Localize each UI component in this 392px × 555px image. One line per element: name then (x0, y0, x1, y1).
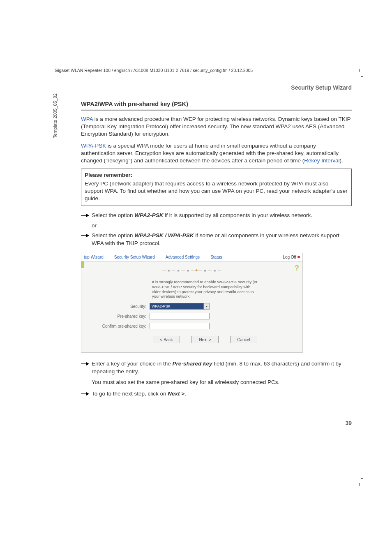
step-4: To go to the next step, click on Next >. (81, 390, 352, 398)
or-text: or (92, 222, 352, 229)
svg-marker-7 (86, 392, 89, 395)
tab-advanced[interactable]: Advanced Settings (166, 255, 200, 259)
svg-marker-3 (86, 234, 89, 237)
tab-security-setup[interactable]: Security Setup Wizard (114, 255, 155, 259)
page-content: Gigaset WLAN Repeater 108 / englisch / A… (53, 68, 352, 401)
page-header: Security Setup Wizard (53, 84, 352, 91)
embedded-screenshot: tup Wizard Security Setup Wizard Advance… (81, 253, 303, 353)
ss-button-row: < Back Next > Cancel (153, 336, 295, 343)
label-security: Security: (89, 304, 150, 309)
step-3: Enter a key of your choice in the Pre-sh… (81, 360, 352, 375)
paragraph-wpa-psk: WPA-PSK is a special WPA mode for users … (81, 142, 352, 165)
help-icon[interactable]: ? (295, 264, 299, 273)
arrow-icon (81, 234, 89, 238)
link-wpa: WPA (81, 116, 93, 122)
link-rekey: Rekey Interval (304, 157, 339, 164)
ss-description: It is strongly recommended to enable WPA… (152, 280, 259, 299)
note-box: Please remember: Every PC (network adapt… (81, 169, 352, 206)
logoff-link[interactable]: Log Off (283, 255, 300, 259)
logoff-icon (297, 256, 300, 258)
title-rule (81, 109, 352, 111)
note-body: Every PC (network adapter) that requires… (85, 180, 348, 203)
back-button[interactable]: < Back (153, 336, 180, 343)
arrow-icon (81, 362, 89, 366)
chevron-down-icon[interactable]: ▾ (204, 303, 210, 310)
section-title: WPA2/WPA with pre-shared key (PSK) (81, 101, 352, 107)
security-select[interactable]: WPA2-PSK (150, 303, 204, 310)
tab-status[interactable]: Status (210, 255, 222, 259)
cancel-button[interactable]: Cancel (230, 336, 257, 343)
meta-line: Gigaset WLAN Repeater 108 / englisch / A… (53, 68, 352, 73)
row-confirm: Confirm pre-shared key: (89, 323, 295, 329)
ss-side-accent (81, 261, 84, 268)
arrow-icon (81, 392, 89, 396)
note-title: Please remember: (85, 171, 348, 179)
step-3-sub: You must also set the same pre-shared ke… (92, 379, 352, 386)
step-1: Select the option WPA2-PSK if it is supp… (81, 212, 352, 219)
link-wpa-psk: WPA-PSK (81, 143, 106, 149)
svg-marker-1 (86, 214, 89, 217)
next-button[interactable]: Next > (191, 336, 219, 343)
row-psk: Pre-shared key: (89, 313, 295, 319)
label-confirm: Confirm pre-shared key: (89, 324, 150, 328)
step-2: Select the option WPA2-PSK / WPA-PSK if … (81, 232, 352, 247)
confirm-psk-input[interactable] (150, 323, 210, 329)
paragraph-wpa: WPA is a more advanced procedure than WE… (81, 116, 352, 138)
psk-input[interactable] (150, 313, 210, 319)
tab-setup-wizard-cut[interactable]: tup Wizard (84, 255, 104, 259)
svg-marker-5 (86, 362, 89, 365)
row-security: Security: WPA2-PSK ▾ (89, 303, 295, 310)
wizard-stepper: — ■ — ■ — ■ —●— ■ — ■ — (89, 267, 295, 273)
ss-tab-bar: tup Wizard Security Setup Wizard Advance… (81, 253, 302, 261)
arrow-icon (81, 213, 89, 217)
page-number: 39 (345, 420, 352, 426)
label-psk: Pre-shared key: (89, 314, 150, 319)
